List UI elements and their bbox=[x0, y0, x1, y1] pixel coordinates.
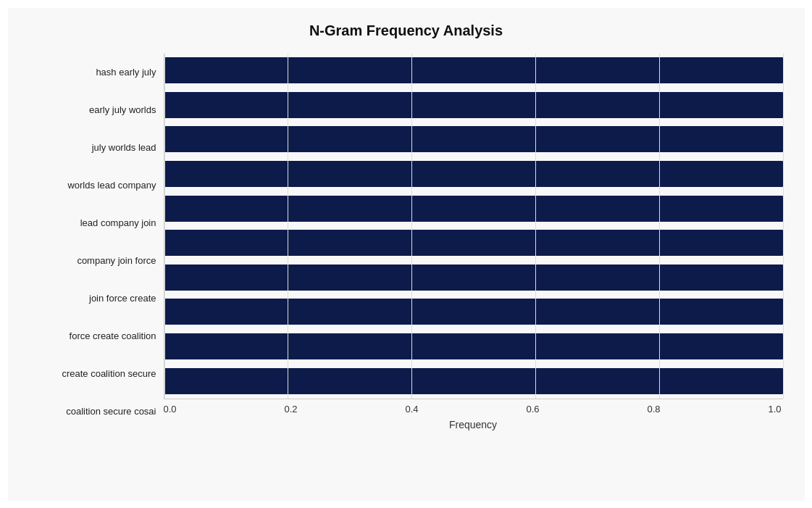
chart-title: N-Gram Frequency Analysis bbox=[30, 22, 783, 39]
chart-area: hash early julyearly july worldsjuly wor… bbox=[30, 54, 783, 430]
x-tick: 0.4 bbox=[405, 404, 418, 415]
bar-row bbox=[164, 330, 783, 362]
bar-row bbox=[164, 158, 783, 190]
grid-line bbox=[659, 54, 660, 399]
y-label: force create coalition bbox=[70, 330, 156, 342]
y-label: create coalition secure bbox=[62, 368, 156, 380]
bar-row bbox=[164, 123, 783, 155]
bar bbox=[164, 57, 783, 83]
bar bbox=[164, 299, 783, 325]
bar-row bbox=[164, 89, 783, 121]
bar bbox=[164, 196, 783, 222]
y-label: early july worlds bbox=[89, 104, 156, 116]
bar-row bbox=[164, 193, 783, 225]
bars-and-x: 0.00.20.40.60.81.0 Frequency bbox=[164, 54, 783, 430]
bar bbox=[164, 92, 783, 118]
y-label: join force create bbox=[89, 293, 156, 304]
y-axis-labels: hash early julyearly july worldsjuly wor… bbox=[30, 54, 164, 430]
chart-container: N-Gram Frequency Analysis hash early jul… bbox=[8, 8, 805, 501]
y-label: hash early july bbox=[96, 67, 156, 78]
grid-line bbox=[535, 54, 536, 399]
bar bbox=[164, 265, 783, 291]
bar bbox=[164, 230, 783, 256]
x-tick: 0.8 bbox=[647, 404, 660, 415]
y-label: lead company join bbox=[80, 217, 156, 229]
bar-row bbox=[164, 296, 783, 328]
x-tick: 0.6 bbox=[526, 404, 539, 415]
x-axis: 0.00.20.40.60.81.0 bbox=[164, 399, 783, 415]
bar bbox=[164, 368, 783, 394]
y-label: company join force bbox=[77, 255, 156, 267]
grid-line bbox=[783, 54, 784, 399]
x-tick: 1.0 bbox=[768, 404, 781, 415]
grid-line bbox=[411, 54, 412, 399]
grid-line bbox=[288, 54, 288, 399]
y-label: coalition secure cosai bbox=[66, 406, 156, 417]
bar-row bbox=[164, 365, 783, 397]
bar-row bbox=[164, 54, 783, 86]
grid-line bbox=[164, 54, 165, 399]
bar-row bbox=[164, 262, 783, 293]
bars-area bbox=[164, 54, 783, 399]
x-axis-label: Frequency bbox=[164, 419, 783, 430]
bar-row bbox=[164, 227, 783, 259]
x-tick: 0.0 bbox=[164, 404, 177, 415]
bar bbox=[164, 161, 783, 187]
bar bbox=[164, 333, 783, 359]
x-tick: 0.2 bbox=[284, 404, 297, 415]
bar bbox=[164, 126, 783, 152]
y-label: worlds lead company bbox=[67, 180, 156, 191]
y-label: july worlds lead bbox=[92, 142, 156, 154]
